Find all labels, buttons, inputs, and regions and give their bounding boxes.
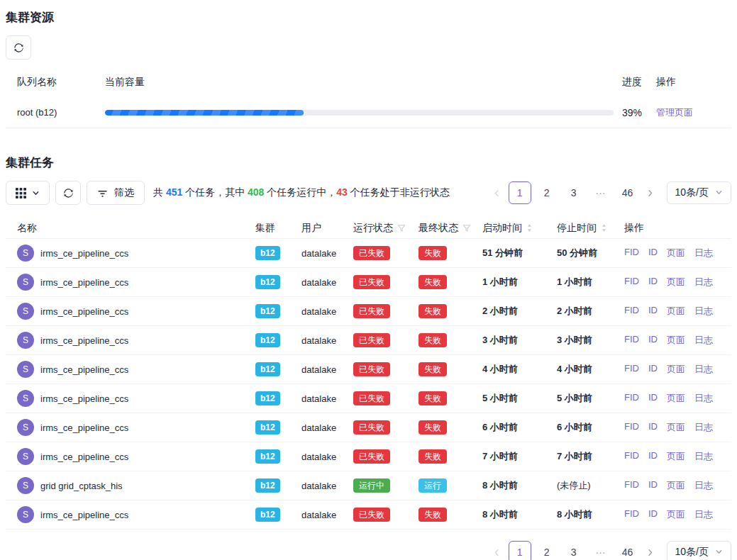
avatar: S [17,419,34,436]
table-row: S irms_ce_pipeline_ccs b12 datalake 已失败 … [6,326,731,355]
pagination-next-button[interactable] [641,181,660,204]
run-status-cell: 已失败 [353,420,419,435]
table-row: S irms_ce_pipeline_ccs b12 datalake 已失败 … [6,384,731,413]
id-link[interactable]: ID [648,508,658,521]
log-link[interactable]: 日志 [694,392,713,405]
summary-text: 共 [153,186,166,198]
id-link[interactable]: ID [648,334,658,347]
table-row: S irms_ce_pipeline_ccs b12 datalake 已失败 … [6,413,731,442]
manage-page-link[interactable]: 管理页面 [656,107,693,118]
log-link[interactable]: 日志 [694,421,713,434]
log-link[interactable]: 日志 [694,363,713,376]
log-link[interactable]: 日志 [694,305,713,318]
resource-row: root (b12) 39% 管理页面 [6,97,731,128]
final-status-cell: 失败 [419,391,482,405]
fid-link[interactable]: FID [624,334,639,347]
cluster-badge: b12 [255,478,280,493]
filter-funnel-icon[interactable] [397,224,406,233]
log-link[interactable]: 日志 [694,450,713,463]
column-header-final-status[interactable]: 最终状态 [419,222,482,235]
capacity-cell [105,110,622,116]
page-size-select[interactable]: 10条/页 [667,181,731,204]
start-time-cell: 4 小时前 [482,363,557,376]
fid-link[interactable]: FID [624,421,639,434]
stop-time-cell: 2 小时前 [557,305,624,318]
id-link[interactable]: ID [648,305,658,318]
fid-link[interactable]: FID [624,247,639,259]
id-link[interactable]: ID [648,276,658,289]
pagination-next-button[interactable] [641,541,660,560]
page-link[interactable]: 页面 [667,508,685,521]
pagination-page-3[interactable]: 3 [563,541,585,560]
cluster-badge: b12 [255,362,280,376]
page-link[interactable]: 页面 [667,450,685,463]
id-link[interactable]: ID [648,450,658,463]
fid-link[interactable]: FID [624,305,639,318]
fid-link[interactable]: FID [624,508,639,521]
filter-button[interactable]: 筛选 [87,181,145,205]
page-link[interactable]: 页面 [667,247,685,259]
log-link[interactable]: 日志 [694,334,713,347]
fid-link[interactable]: FID [624,450,639,463]
task-table-body: S irms_ce_pipeline_ccs b12 datalake 已失败 … [6,239,731,530]
page-link[interactable]: 页面 [667,392,685,405]
fid-link[interactable]: FID [624,392,639,405]
progress-value: 39% [622,107,656,118]
page-link[interactable]: 页面 [667,276,685,289]
pagination-page-2[interactable]: 2 [536,541,558,560]
id-link[interactable]: ID [648,479,658,492]
cluster-badge: b12 [255,333,280,347]
fid-link[interactable]: FID [624,276,639,289]
pagination-page-3[interactable]: 3 [563,181,585,204]
layout-dropdown-button[interactable] [6,181,50,205]
not-running-tasks-count: 43 [336,186,348,198]
start-time-cell: 8 小时前 [482,479,557,492]
log-link[interactable]: 日志 [694,276,713,289]
page-link[interactable]: 页面 [667,305,685,318]
task-name: irms_ce_pipeline_ccs [40,248,128,259]
id-link[interactable]: ID [648,392,658,405]
tasks-summary: 共 451 个任务，其中 408 个任务运行中，43 个任务处于非运行状态 [153,186,450,199]
cluster-tasks-title: 集群任务 [6,145,731,169]
column-header-run-status[interactable]: 运行状态 [353,222,419,235]
column-header-stop-time[interactable]: 停止时间 [557,222,624,235]
pagination-page-1[interactable]: 1 [509,541,531,560]
log-link[interactable]: 日志 [694,247,713,259]
task-name: irms_ce_pipeline_ccs [40,510,128,520]
pagination-prev-button[interactable] [488,181,506,204]
log-link[interactable]: 日志 [694,479,713,492]
user-cell: datalake [301,364,353,375]
user-cell: datalake [301,306,353,317]
pagination-page-2[interactable]: 2 [536,181,558,204]
refresh-resources-button[interactable] [6,35,31,60]
pagination-prev-button[interactable] [488,541,506,560]
cluster-cell: b12 [255,362,301,376]
row-actions: FIDID页面日志 [624,363,720,376]
pagination-page-46[interactable]: 46 [616,541,639,560]
column-header-start-time[interactable]: 启动时间 [482,222,557,235]
page-link[interactable]: 页面 [667,421,685,434]
queue-name-header: 队列名称 [17,76,105,89]
log-link[interactable]: 日志 [694,508,713,521]
sort-icon[interactable] [526,223,533,233]
cluster-badge: b12 [255,246,280,260]
pagination-page-1[interactable]: 1 [509,181,531,204]
page-link[interactable]: 页面 [667,363,685,376]
pagination-page-46[interactable]: 46 [616,181,639,204]
final-status-badge: 失败 [419,420,447,435]
page-link[interactable]: 页面 [667,334,685,347]
id-link[interactable]: ID [648,421,658,434]
id-link[interactable]: ID [648,363,658,376]
fid-link[interactable]: FID [624,479,639,492]
filter-funnel-icon[interactable] [462,224,471,233]
fid-link[interactable]: FID [624,363,639,376]
id-link[interactable]: ID [648,247,658,259]
page-link[interactable]: 页面 [667,479,685,492]
avatar: S [17,361,34,378]
refresh-tasks-button[interactable] [55,181,81,205]
sort-icon[interactable] [601,223,607,233]
user-cell: datalake [301,248,353,259]
stop-time-cell: 50 分钟前 [557,247,624,259]
final-status-badge: 失败 [419,246,447,260]
page-size-select[interactable]: 10条/页 [667,541,731,560]
